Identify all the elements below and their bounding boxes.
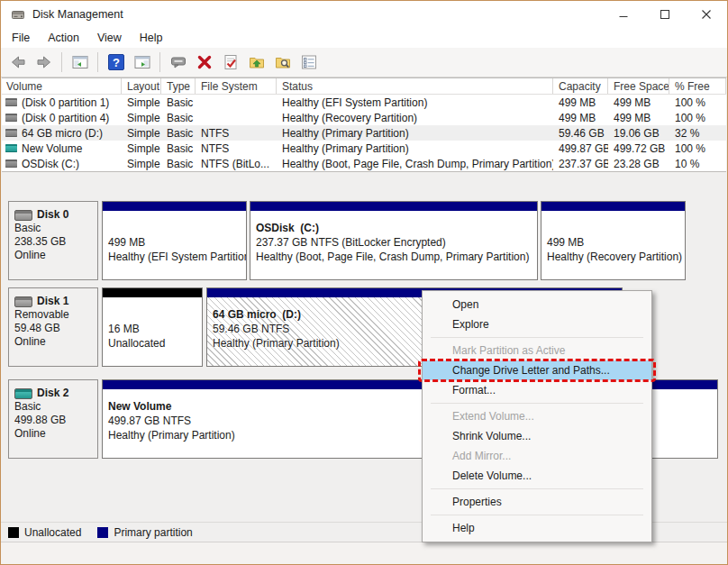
delete-icon[interactable] bbox=[193, 51, 215, 74]
menu-item-shrink-volume[interactable]: Shrink Volume... bbox=[423, 426, 651, 446]
disk-management-app-icon bbox=[11, 7, 25, 22]
help-icon[interactable]: ? bbox=[105, 51, 127, 74]
menu-file[interactable]: File bbox=[3, 29, 39, 47]
volume-icon bbox=[5, 129, 17, 137]
unallocated-swatch bbox=[8, 527, 19, 538]
table-row-new-volume[interactable]: New Volume Simple Basic NTFS Healthy (Pr… bbox=[2, 141, 726, 156]
menu-bar: File Action View Help bbox=[1, 28, 727, 48]
menu-item-delete-volume[interactable]: Delete Volume... bbox=[423, 466, 651, 486]
volume-table-header: Volume Layout Type File System Status Ca… bbox=[2, 78, 726, 95]
unallocated-band bbox=[103, 288, 202, 297]
window-title: Disk Management bbox=[32, 8, 123, 21]
menu-item-explore[interactable]: Explore bbox=[423, 314, 651, 334]
folder-search-icon[interactable] bbox=[271, 51, 294, 74]
column-header-pct-free[interactable]: % Free bbox=[669, 78, 726, 94]
menu-item-add-mirror: Add Mirror... bbox=[423, 446, 651, 466]
table-row-disk0-partition4[interactable]: (Disk 0 partition 4) Simple Basic Health… bbox=[2, 110, 726, 125]
partition-osdisk-c[interactable]: OSDisk (C:) 237.37 GB NTFS (BitLocker En… bbox=[250, 201, 538, 280]
volume-icon bbox=[5, 98, 17, 106]
disk-management-window: Disk Management File Action View Help bbox=[0, 0, 728, 565]
partition-recovery[interactable]: 499 MB Healthy (Recovery Partition) bbox=[541, 201, 686, 280]
primary-partition-band bbox=[103, 202, 246, 211]
column-header-file-system[interactable]: File System bbox=[196, 78, 277, 94]
volume-icon bbox=[5, 114, 17, 122]
menu-separator bbox=[431, 337, 643, 338]
volume-icon bbox=[5, 144, 17, 152]
toolbar-separator bbox=[159, 52, 160, 72]
menu-action[interactable]: Action bbox=[39, 29, 88, 47]
tooltip-icon[interactable] bbox=[167, 51, 189, 74]
toolbar-separator bbox=[61, 52, 62, 72]
minimize-button[interactable] bbox=[603, 1, 644, 28]
toolbar-separator bbox=[97, 52, 98, 72]
menu-separator bbox=[431, 488, 643, 489]
legend-primary-label: Primary partition bbox=[114, 526, 192, 539]
disk0-label-panel[interactable]: Disk 0 Basic 238.35 GB Online bbox=[8, 201, 98, 280]
forward-icon[interactable] bbox=[32, 51, 55, 74]
menu-separator bbox=[431, 515, 643, 515]
close-button[interactable] bbox=[686, 1, 727, 28]
menu-item-properties[interactable]: Properties bbox=[423, 492, 651, 512]
title-bar: Disk Management bbox=[1, 1, 727, 28]
maximize-button[interactable] bbox=[644, 1, 686, 28]
table-row-osdisk-c[interactable]: OSDisk (C:) Simple Basic NTFS (BitLo... … bbox=[2, 156, 726, 171]
disk-icon bbox=[14, 296, 32, 307]
svg-text:?: ? bbox=[113, 56, 120, 69]
menu-item-change-drive-letter[interactable]: Change Drive Letter and Paths... bbox=[423, 360, 651, 380]
table-row-64gb-micro-d[interactable]: 64 GB micro (D:) Simple Basic NTFS Healt… bbox=[2, 125, 726, 141]
context-menu: Open Explore Mark Partition as Active Ch… bbox=[422, 290, 652, 542]
status-bar bbox=[1, 542, 727, 565]
menu-item-open[interactable]: Open bbox=[423, 295, 651, 314]
disk-icon bbox=[14, 210, 32, 221]
disk-row-0: Disk 0 Basic 238.35 GB Online 499 MB Hea… bbox=[8, 201, 718, 280]
menu-separator bbox=[431, 403, 643, 404]
volume-icon bbox=[5, 159, 17, 168]
partition-efi-system[interactable]: 499 MB Healthy (EFI System Partition) bbox=[102, 201, 247, 280]
disk2-label-panel[interactable]: Disk 2 Basic 499.88 GB Online bbox=[8, 379, 98, 459]
menu-item-mark-partition-active: Mark Partition as Active bbox=[423, 341, 651, 360]
column-header-volume[interactable]: Volume bbox=[2, 78, 122, 94]
disk-icon bbox=[14, 388, 32, 399]
column-header-status[interactable]: Status bbox=[277, 78, 553, 94]
toolbar: ? bbox=[1, 48, 727, 77]
menu-view[interactable]: View bbox=[88, 29, 131, 47]
folder-up-icon[interactable] bbox=[245, 51, 268, 74]
column-header-layout[interactable]: Layout bbox=[122, 78, 161, 94]
primary-partition-swatch bbox=[97, 527, 108, 538]
disk1-label-panel[interactable]: Disk 1 Removable 59.48 GB Online bbox=[8, 287, 98, 367]
back-icon[interactable] bbox=[6, 51, 29, 74]
menu-help[interactable]: Help bbox=[131, 29, 172, 47]
check-document-icon[interactable] bbox=[219, 51, 241, 74]
menu-item-help[interactable]: Help bbox=[423, 518, 651, 538]
column-header-free-space[interactable]: Free Space bbox=[608, 78, 669, 94]
volume-list: Volume Layout Type File System Status Ca… bbox=[2, 77, 726, 172]
menu-item-format[interactable]: Format... bbox=[423, 380, 651, 400]
menu-item-extend-volume: Extend Volume... bbox=[423, 406, 651, 426]
console-tree-icon[interactable] bbox=[68, 51, 91, 74]
column-header-type[interactable]: Type bbox=[161, 78, 196, 94]
primary-partition-band bbox=[541, 202, 685, 211]
action-pane-icon[interactable] bbox=[131, 51, 153, 74]
checklist-icon[interactable] bbox=[297, 51, 320, 74]
partition-unallocated[interactable]: 16 MB Unallocated bbox=[102, 287, 203, 367]
table-row-disk0-partition1[interactable]: (Disk 0 partition 1) Simple Basic Health… bbox=[2, 95, 726, 110]
primary-partition-band bbox=[250, 202, 537, 211]
legend-unallocated-label: Unallocated bbox=[24, 526, 81, 539]
column-header-capacity[interactable]: Capacity bbox=[553, 78, 608, 94]
